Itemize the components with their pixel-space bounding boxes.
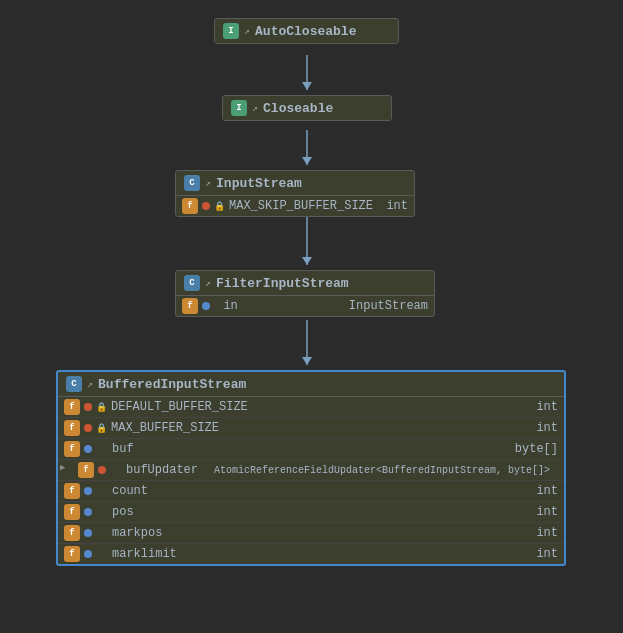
svg-marker-5 — [302, 257, 312, 265]
field-badge: f — [78, 462, 94, 478]
orange-dot — [84, 403, 92, 411]
node-bufferedinputstream-title: BufferedInputStream — [98, 377, 246, 392]
field-badge: f — [64, 483, 80, 499]
field-badge: f — [64, 399, 80, 415]
field-badge-f: f — [182, 298, 198, 314]
node-closeable[interactable]: I ↗ Closeable — [222, 95, 392, 121]
field-type-pos: int — [536, 505, 558, 519]
table-row: f 🔒 DEFAULT_BUFFER_SIZE int — [58, 397, 564, 418]
field-badge: f — [64, 420, 80, 436]
field-type-defaultbuf: int — [536, 400, 558, 414]
badge-class-filter: C — [184, 275, 200, 291]
field-type-marklimit: int — [536, 547, 558, 561]
spacer-icon — [96, 549, 108, 559]
field-name-buf: buf — [112, 442, 242, 456]
field-type-buf: byte[] — [515, 442, 558, 456]
abstract-marker-inputstream: ↗ — [205, 177, 211, 189]
field-badge: f — [64, 546, 80, 562]
field-name-marklimit: marklimit — [112, 547, 242, 561]
node-bufferedinputstream[interactable]: C ↗ BufferedInputStream f 🔒 DEFAULT_BUFF… — [56, 370, 566, 566]
spacer-icon — [214, 301, 219, 311]
field-type-in: InputStream — [349, 299, 428, 313]
node-closeable-header: I ↗ Closeable — [223, 96, 391, 120]
badge-interface: I — [223, 23, 239, 39]
blue-dot — [84, 445, 92, 453]
orange-dot — [202, 202, 210, 210]
field-type-maxskip: int — [386, 199, 408, 213]
field-badge: f — [64, 441, 80, 457]
table-row: f pos int — [58, 502, 564, 523]
node-autocloseable-header: I ↗ AutoCloseable — [215, 19, 398, 43]
node-filterinputstream[interactable]: C ↗ FilterInputStream f in InputStream — [175, 270, 435, 317]
node-filterinputstream-title: FilterInputStream — [216, 276, 349, 291]
badge-class-buffered: C — [66, 376, 82, 392]
abstract-marker: ↗ — [244, 25, 250, 37]
lock-icon: 🔒 — [96, 402, 107, 413]
field-name-markpos: markpos — [112, 526, 242, 540]
field-name-buupdater: bufUpdater — [126, 463, 206, 477]
field-name-count: count — [112, 484, 242, 498]
table-row: f markpos int — [58, 523, 564, 544]
node-filterinputstream-body: f in InputStream — [176, 295, 434, 316]
field-name-pos: pos — [112, 505, 242, 519]
orange-dot — [84, 424, 92, 432]
abstract-marker-closeable: ↗ — [252, 102, 258, 114]
node-inputstream-body: f 🔒 MAX_SKIP_BUFFER_SIZE int — [176, 195, 414, 216]
field-name-in: in — [223, 299, 283, 313]
field-type-count: int — [536, 484, 558, 498]
abstract-marker-filter: ↗ — [205, 277, 211, 289]
lock-icon: 🔒 — [96, 423, 107, 434]
spacer-icon — [96, 486, 108, 496]
svg-marker-3 — [302, 157, 312, 165]
field-badge: f — [64, 525, 80, 541]
table-row: f 🔒 MAX_SKIP_BUFFER_SIZE int — [176, 196, 414, 216]
expand-icon: ▶ — [60, 462, 65, 473]
class-diagram: I ↗ AutoCloseable I ↗ Closeable C ↗ Inpu… — [0, 0, 623, 633]
spacer-icon — [110, 465, 122, 475]
node-inputstream[interactable]: C ↗ InputStream f 🔒 MAX_SKIP_BUFFER_SIZE… — [175, 170, 415, 217]
lock-icon: 🔒 — [214, 201, 225, 212]
spacer-icon — [96, 444, 108, 454]
field-name-defaultbuf: DEFAULT_BUFFER_SIZE — [111, 400, 248, 414]
blue-dot — [202, 302, 210, 310]
node-bufferedinputstream-header: C ↗ BufferedInputStream — [58, 372, 564, 396]
blue-dot — [84, 550, 92, 558]
field-name-maxbuf: MAX_BUFFER_SIZE — [111, 421, 241, 435]
table-row: f marklimit int — [58, 544, 564, 564]
field-badge: f — [64, 504, 80, 520]
badge-interface-closeable: I — [231, 100, 247, 116]
spacer-icon — [96, 528, 108, 538]
blue-dot — [84, 529, 92, 537]
field-name-maxskip: MAX_SKIP_BUFFER_SIZE — [229, 199, 373, 213]
blue-dot — [84, 508, 92, 516]
spacer-icon — [96, 507, 108, 517]
blue-dot — [84, 487, 92, 495]
table-row: ▶ f bufUpdater AtomicReferenceFieldUpdat… — [58, 460, 564, 481]
abstract-marker-buffered: ↗ — [87, 378, 93, 390]
table-row: f count int — [58, 481, 564, 502]
svg-marker-1 — [302, 82, 312, 90]
table-row: f buf byte[] — [58, 439, 564, 460]
table-row: f in InputStream — [176, 296, 434, 316]
node-inputstream-header: C ↗ InputStream — [176, 171, 414, 195]
node-closeable-title: Closeable — [263, 101, 333, 116]
orange-dot — [98, 466, 106, 474]
field-type-buupdater: AtomicReferenceFieldUpdater<BufferedInpu… — [214, 465, 550, 476]
field-badge: f — [182, 198, 198, 214]
svg-marker-7 — [302, 357, 312, 365]
node-bufferedinputstream-body: f 🔒 DEFAULT_BUFFER_SIZE int f 🔒 MAX_BUFF… — [58, 396, 564, 564]
badge-class-inputstream: C — [184, 175, 200, 191]
node-autocloseable-title: AutoCloseable — [255, 24, 356, 39]
field-type-markpos: int — [536, 526, 558, 540]
field-type-maxbuf: int — [536, 421, 558, 435]
node-inputstream-title: InputStream — [216, 176, 302, 191]
node-autocloseable[interactable]: I ↗ AutoCloseable — [214, 18, 399, 44]
table-row: f 🔒 MAX_BUFFER_SIZE int — [58, 418, 564, 439]
node-filterinputstream-header: C ↗ FilterInputStream — [176, 271, 434, 295]
